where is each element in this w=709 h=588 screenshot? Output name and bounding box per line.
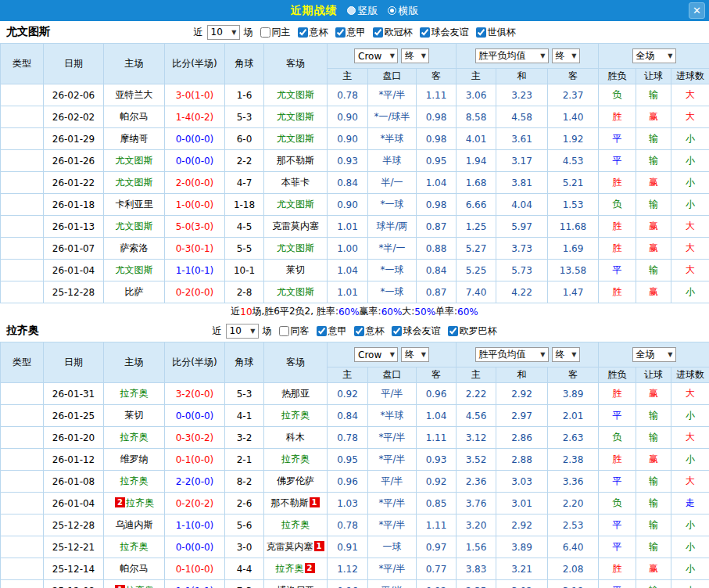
average-odds-cell: 2.20 <box>548 493 599 514</box>
handicap-odds-cell: *平/半 <box>368 84 417 106</box>
wdl-average-dropdown[interactable]: 胜平负均值▼ <box>475 48 549 63</box>
result-cell: 平 <box>599 150 636 172</box>
average-odds-cell: 3.76 <box>457 493 496 514</box>
match-row: 意甲25-12-081拉齐奥1-1(1-1)7-3博洛尼亚0.96平/半0.92… <box>1 580 709 588</box>
corners-cell: 4-1 <box>225 405 264 427</box>
filter-checkbox[interactable] <box>476 27 486 38</box>
filter-checkbox[interactable] <box>317 326 327 336</box>
filter-checkbox-item[interactable]: 世俱杯 <box>476 26 516 39</box>
handicap-odds-cell: 0.78 <box>328 514 368 536</box>
match-scope-dropdown[interactable]: 全场▼ <box>632 347 676 362</box>
layout-radio-0[interactable]: 竖版 <box>347 4 378 18</box>
handicap-odds-cell: 1.11 <box>417 427 457 449</box>
average-final-dropdown[interactable]: 终▼ <box>552 48 580 63</box>
filter-checkbox-item[interactable]: 同主 <box>260 26 291 39</box>
average-odds-cell: 2.08 <box>548 558 599 580</box>
filter-checkbox-item[interactable]: 意杯 <box>354 324 385 338</box>
filter-checkbox-item[interactable]: 球会友谊 <box>392 324 441 338</box>
match-date: 26-01-29 <box>44 128 104 150</box>
team-cell: 尤文图斯 <box>264 84 328 106</box>
match-row: 意甲26-01-18卡利亚里1-0(0-0)1-18尤文图斯0.90*一球0.9… <box>1 194 709 216</box>
summary-segment: 50% <box>414 307 435 317</box>
result-cell: 小 <box>671 194 709 216</box>
match-row: 意甲25-12-14帕尔马0-1(0-0)4-4拉齐奥21.12*平/半0.77… <box>1 558 709 580</box>
filter-checkbox-item[interactable]: 意甲 <box>317 324 347 338</box>
filter-checkbox[interactable] <box>335 27 346 38</box>
subcol-goals: 进球数 <box>671 69 709 84</box>
average-odds-cell: 1.40 <box>548 106 599 128</box>
match-count-dropdown[interactable]: 10▼ <box>207 25 240 40</box>
handicap-odds-cell: *一球 <box>368 260 417 281</box>
filter-checkbox[interactable] <box>298 27 308 38</box>
average-odds-cell: 2.35 <box>457 580 496 588</box>
subcol-wdl: 胜负 <box>599 69 636 84</box>
match-row: 意甲26-01-07萨索洛0-3(0-1)5-5尤文图斯1.00*半/一0.88… <box>1 238 709 260</box>
team-cell: 拉齐奥 <box>264 514 328 536</box>
team-label: 克雷莫内塞 <box>267 541 313 552</box>
team-label: 卡利亚里 <box>116 199 153 210</box>
filter-checkbox-item[interactable]: 意甲 <box>335 26 366 39</box>
result-cell: 赢 <box>636 172 671 194</box>
filter-checkbox[interactable] <box>420 27 430 38</box>
team-cell: 2拉齐奥 <box>104 493 165 514</box>
league-badge: 意杯 <box>1 84 44 106</box>
average-odds-cell: 2.97 <box>496 405 548 427</box>
subcol-avg-draw: 和 <box>496 368 548 383</box>
matches-table: 类型 日期 主场 比分(半场) 角球 客场 Crow▼ 终▼ 胜平负均值▼ 终▼ <box>0 342 709 588</box>
team-label: 本菲卡 <box>281 177 310 188</box>
matches-tbody: 意甲26-01-31拉齐奥3-2(0-0)5-3热那亚0.92平/半0.962.… <box>1 383 709 588</box>
filter-checkbox-item[interactable]: 欧冠杯 <box>373 26 413 39</box>
wdl-average-dropdown[interactable]: 胜平负均值▼ <box>475 347 549 362</box>
odds-source-dropdown[interactable]: Crow▼ <box>354 347 398 362</box>
match-count-dropdown[interactable]: 10▼ <box>226 324 259 339</box>
filter-checkbox-item[interactable]: 意杯 <box>298 26 328 39</box>
team-label: 拉齐奥 <box>126 497 154 508</box>
team-label: 尤文图斯 <box>277 133 314 144</box>
odds-source-dropdown[interactable]: Crow▼ <box>354 48 398 63</box>
average-odds-cell: 4.01 <box>457 128 496 150</box>
average-odds-cell: 4.56 <box>457 405 496 427</box>
match-date: 25-12-21 <box>44 536 104 558</box>
filter-checkbox[interactable] <box>260 27 270 38</box>
average-odds-cell: 1.68 <box>457 172 496 194</box>
average-odds-cell: 13.58 <box>548 260 599 281</box>
result-cell: 胜 <box>599 172 636 194</box>
summary-segment: 单率: <box>435 305 457 318</box>
filter-checkbox[interactable] <box>279 326 289 336</box>
filter-checkbox[interactable] <box>354 326 364 336</box>
handicap-odds-cell: 1.01 <box>328 216 368 238</box>
average-odds-cell: 4.58 <box>496 106 548 128</box>
team-section: 尤文图斯 近 10▼ 场 同主意杯意甲欧冠杯球会友谊世俱杯 类型 日期 主场 比… <box>0 21 709 320</box>
team-label: 莱切 <box>125 410 144 421</box>
handicap-odds-cell: 0.98 <box>417 106 457 128</box>
filter-checkbox-item[interactable]: 球会友谊 <box>420 26 469 39</box>
result-cell: 输 <box>636 471 671 493</box>
average-odds-cell: 2.22 <box>457 383 496 405</box>
close-button[interactable]: ✕ <box>689 2 705 19</box>
average-odds-cell: 2.38 <box>548 449 599 471</box>
average-odds-cell: 3.02 <box>496 580 548 588</box>
layout-radio-1[interactable]: 横版 <box>388 4 419 18</box>
handicap-odds-cell: 0.87 <box>417 281 457 303</box>
average-odds-cell: 1.47 <box>548 281 599 303</box>
average-final-dropdown[interactable]: 终▼ <box>552 347 580 362</box>
filter-checkbox-item[interactable]: 同客 <box>279 324 310 338</box>
team-cell: 热那亚 <box>264 383 328 405</box>
odds-final-dropdown[interactable]: 终▼ <box>401 48 429 63</box>
handicap-odds-cell: 0.91 <box>328 536 368 558</box>
subcol-avg-away: 客 <box>548 368 599 383</box>
filter-checkbox[interactable] <box>448 326 458 336</box>
filter-checkbox[interactable] <box>373 27 383 38</box>
filter-checkbox[interactable] <box>392 326 402 336</box>
col-header-home: 主场 <box>104 342 165 383</box>
games-label: 场 <box>263 324 272 338</box>
odds-final-dropdown[interactable]: 终▼ <box>401 347 429 362</box>
filter-checkbox-item[interactable]: 欧罗巴杯 <box>448 324 497 338</box>
result-cell: 小 <box>671 405 709 427</box>
result-cell: 大 <box>671 216 709 238</box>
team-cell: 拉齐奥 <box>104 471 165 493</box>
handicap-odds-cell: *半球 <box>368 405 417 427</box>
match-scope-dropdown[interactable]: 全场▼ <box>632 48 676 63</box>
near-label: 近 <box>213 324 222 338</box>
corners-cell: 7-3 <box>225 580 264 588</box>
